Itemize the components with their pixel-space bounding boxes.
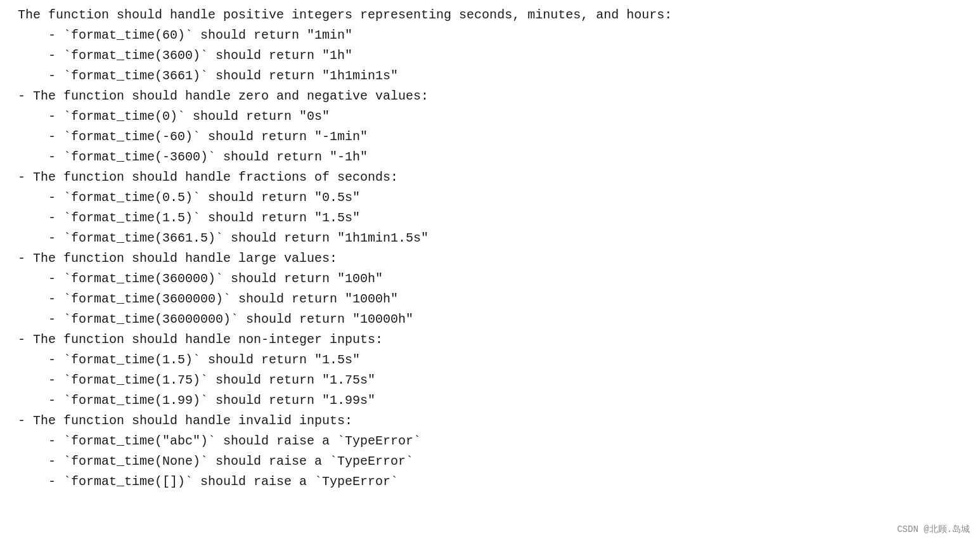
- text-line: - `format_time(3600)` should return "1h": [10, 46, 970, 66]
- text-line: - `format_time(1.75)` should return "1.7…: [10, 370, 970, 391]
- text-line: - `format_time(1.5)` should return "1.5s…: [10, 208, 970, 228]
- watermark: CSDN @北顾.岛城: [897, 522, 970, 536]
- text-line: - `format_time(None)` should raise a `Ty…: [10, 451, 970, 472]
- content-area: The function should handle positive inte…: [10, 5, 970, 492]
- text-line: The function should handle positive inte…: [10, 5, 970, 25]
- text-line: - The function should handle fractions o…: [10, 167, 970, 188]
- text-line: - The function should handle zero and ne…: [10, 86, 970, 107]
- text-line: - `format_time(-60)` should return "-1mi…: [10, 127, 970, 147]
- text-line: - The function should handle large value…: [10, 249, 970, 269]
- text-line: - `format_time([])` should raise a `Type…: [10, 472, 970, 492]
- text-line: - `format_time(36000000)` should return …: [10, 309, 970, 330]
- text-line: - `format_time(1.99)` should return "1.9…: [10, 391, 970, 411]
- text-line: - `format_time(0)` should return "0s": [10, 107, 970, 127]
- text-line: - The function should handle invalid inp…: [10, 411, 970, 431]
- text-line: - `format_time(3600000)` should return "…: [10, 289, 970, 309]
- text-line: - `format_time(0.5)` should return "0.5s…: [10, 188, 970, 208]
- text-line: - `format_time(-3600)` should return "-1…: [10, 147, 970, 167]
- text-line: - `format_time(3661)` should return "1h1…: [10, 66, 970, 86]
- text-line: - `format_time(3661.5)` should return "1…: [10, 228, 970, 249]
- text-line: - `format_time(1.5)` should return "1.5s…: [10, 350, 970, 370]
- text-line: - `format_time("abc")` should raise a `T…: [10, 431, 970, 451]
- text-line: - `format_time(360000)` should return "1…: [10, 269, 970, 289]
- text-line: - `format_time(60)` should return "1min": [10, 25, 970, 46]
- text-line: - The function should handle non-integer…: [10, 330, 970, 350]
